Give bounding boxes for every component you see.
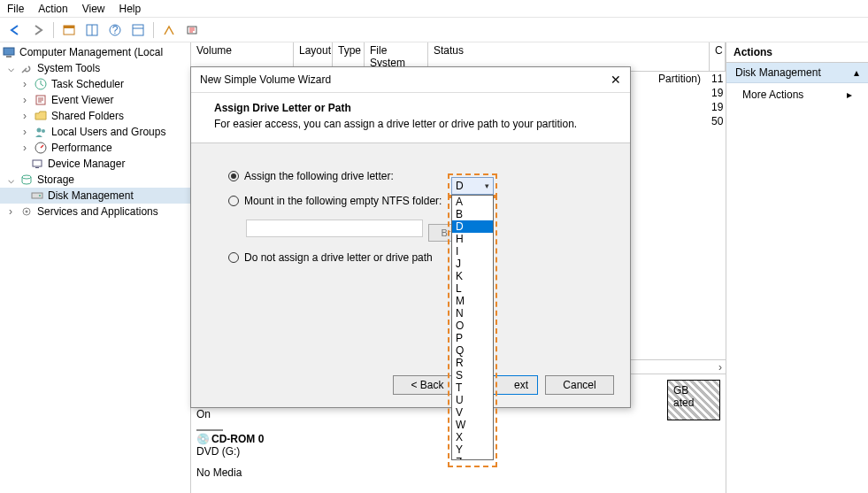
drive-letter-option[interactable]: J xyxy=(452,258,493,270)
forward-button[interactable] xyxy=(28,20,48,40)
tree-event-viewer[interactable]: › Event Viewer xyxy=(0,92,190,108)
tree-root[interactable]: Computer Management (Local xyxy=(0,44,190,60)
drive-letter-option[interactable]: W xyxy=(452,419,493,431)
clock-icon xyxy=(34,77,48,91)
tree-storage[interactable]: ⌵ Storage xyxy=(0,172,190,188)
performance-icon xyxy=(34,141,48,155)
tree-performance[interactable]: › Performance xyxy=(0,140,190,156)
wizard-titlebar[interactable]: New Simple Volume Wizard ✕ xyxy=(191,67,630,93)
wizard-subheading: For easier access, you can assign a driv… xyxy=(214,118,612,130)
toolbar-icon-1[interactable] xyxy=(59,20,79,40)
svg-point-20 xyxy=(39,195,41,196)
svg-rect-6 xyxy=(133,25,143,35)
drive-letter-option[interactable]: D xyxy=(452,220,493,233)
tree-shared-folders[interactable]: › Shared Folders xyxy=(0,108,190,124)
drive-letter-option[interactable]: L xyxy=(452,282,493,295)
col-capacity[interactable]: C xyxy=(710,42,726,71)
toolbar-icon-5[interactable] xyxy=(159,20,179,40)
drive-letter-option[interactable]: Z xyxy=(452,456,493,460)
actions-section-disk-management[interactable]: Disk Management ▴ xyxy=(726,63,868,83)
drive-letter-option[interactable]: S xyxy=(452,369,493,381)
drive-letter-option[interactable]: P xyxy=(452,332,493,344)
back-button[interactable] xyxy=(5,20,25,40)
drive-letter-option[interactable]: B xyxy=(452,208,493,220)
drive-letter-option[interactable]: T xyxy=(452,381,493,394)
drive-letter-option[interactable]: H xyxy=(452,233,493,245)
drive-letter-option[interactable]: N xyxy=(452,307,493,320)
collapse-icon[interactable]: ▴ xyxy=(854,66,859,79)
radio-icon[interactable] xyxy=(228,171,239,181)
drive-letter-option[interactable]: O xyxy=(452,320,493,332)
computer-icon xyxy=(2,45,16,59)
radio-icon[interactable] xyxy=(228,252,239,263)
chevron-down-icon[interactable]: ⌵ xyxy=(5,173,16,186)
help-icon[interactable]: ? xyxy=(105,20,125,40)
disc-icon: 💿 xyxy=(196,433,210,445)
chevron-right-icon[interactable]: › xyxy=(19,94,30,106)
drive-letter-option[interactable]: M xyxy=(452,295,493,307)
cdrom-label-block: 💿CD-ROM 0 DVD (G:) No Media xyxy=(196,429,276,479)
tree-local-users[interactable]: › Local Users and Groups xyxy=(0,124,190,140)
l3: On xyxy=(196,408,276,420)
drive-letter-option[interactable]: Q xyxy=(452,344,493,357)
menu-help[interactable]: Help xyxy=(119,3,142,15)
option-no-assign[interactable]: Do not assign a drive letter or drive pa… xyxy=(228,251,603,264)
services-icon xyxy=(19,204,34,219)
option-assign-letter[interactable]: Assign the following drive letter: xyxy=(228,170,603,182)
drive-letter-option[interactable]: V xyxy=(452,406,493,419)
menu-file[interactable]: File xyxy=(7,3,24,15)
radio-icon[interactable] xyxy=(228,196,239,206)
svg-rect-10 xyxy=(6,56,12,58)
toolbar-icon-2[interactable] xyxy=(82,20,102,40)
cancel-button[interactable]: Cancel xyxy=(545,375,614,395)
wizard-body: Assign the following drive letter: Mount… xyxy=(191,143,630,285)
chevron-right-icon[interactable]: › xyxy=(19,110,30,122)
drive-letter-option[interactable]: I xyxy=(452,245,493,258)
tree-services[interactable]: › Services and Applications xyxy=(0,204,190,220)
tree-pane[interactable]: Computer Management (Local ⌵ System Tool… xyxy=(0,42,191,493)
tree-system-tools[interactable]: ⌵ System Tools xyxy=(0,60,190,76)
toolbar-icon-4[interactable] xyxy=(128,20,148,40)
drive-letter-combo[interactable]: D ▾ xyxy=(451,177,494,195)
toolbar: ? xyxy=(0,18,868,42)
tree-task-scheduler[interactable]: › Task Scheduler xyxy=(0,76,190,92)
close-button[interactable]: ✕ xyxy=(611,73,621,87)
label: Services and Applications xyxy=(37,205,158,218)
users-icon xyxy=(34,125,48,139)
chevron-right-icon[interactable]: › xyxy=(19,126,30,138)
partition-unallocated[interactable]: GB ated xyxy=(667,380,720,420)
drive-letter-option[interactable]: U xyxy=(452,394,493,406)
svg-rect-17 xyxy=(35,167,39,168)
tools-icon xyxy=(19,61,34,75)
menu-action[interactable]: Action xyxy=(38,3,67,15)
actions-more[interactable]: More Actions ▸ xyxy=(726,83,868,106)
chevron-down-icon[interactable]: ⌵ xyxy=(5,62,16,74)
drive-letter-option[interactable]: K xyxy=(452,270,493,282)
svg-rect-9 xyxy=(4,48,14,55)
svg-point-22 xyxy=(26,211,28,213)
tree-disk-management[interactable]: Disk Management xyxy=(0,188,190,204)
option-assign-label: Assign the following drive letter: xyxy=(244,170,394,182)
drive-letter-option[interactable]: X xyxy=(452,431,493,443)
label: Disk Management xyxy=(48,189,134,202)
drive-letter-option[interactable]: R xyxy=(452,357,493,369)
device-icon xyxy=(30,157,44,171)
tree-root-label: Computer Management (Local xyxy=(19,46,163,58)
label: System Tools xyxy=(37,62,100,74)
option-mount-folder[interactable]: Mount in the following empty NTFS folder… xyxy=(228,195,603,207)
chevron-right-icon[interactable]: › xyxy=(5,205,16,218)
svg-point-14 xyxy=(42,129,45,133)
tree-device-manager[interactable]: Device Manager xyxy=(0,156,190,172)
drive-letter-option[interactable]: Y xyxy=(452,443,493,456)
drive-letter-option[interactable]: A xyxy=(452,196,493,208)
chevron-right-icon[interactable]: › xyxy=(19,78,30,90)
label: Device Manager xyxy=(48,158,125,170)
option-none-label: Do not assign a drive letter or drive pa… xyxy=(244,251,433,264)
svg-rect-16 xyxy=(33,160,42,166)
toolbar-icon-6[interactable] xyxy=(182,20,202,40)
drive-letter-listbox[interactable]: ABDHIJKLMNOPQRSTUVWXYZ xyxy=(451,195,494,460)
actions-section-label: Disk Management xyxy=(735,66,821,79)
chevron-right-icon[interactable]: › xyxy=(19,142,30,154)
drive-letter-dropdown-wrap: D ▾ ABDHIJKLMNOPQRSTUVWXYZ xyxy=(451,177,494,460)
menu-view[interactable]: View xyxy=(82,3,105,15)
